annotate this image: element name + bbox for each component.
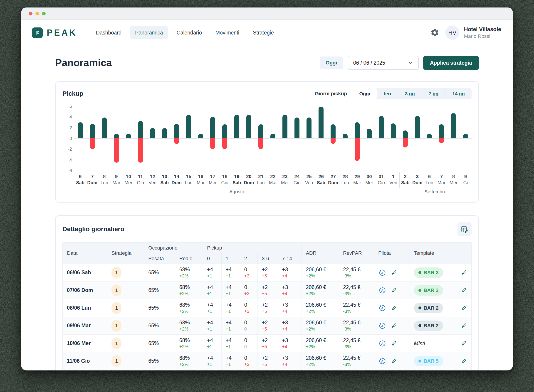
minimize-window-button[interactable] [35,12,39,15]
autopilot-button[interactable]: A [378,304,386,312]
strategy-badge[interactable]: 1 [111,267,122,279]
bar-positive[interactable] [198,134,203,138]
bar-positive[interactable] [90,124,95,138]
edit-pilot-button[interactable] [391,340,397,347]
bar-negative[interactable] [355,138,360,161]
edit-pilot-button[interactable] [391,358,397,364]
zoom-window-button[interactable] [42,12,46,15]
pickup-option-3-gg[interactable]: 3 gg [398,88,422,99]
bar-positive[interactable] [270,134,275,138]
bar-positive[interactable] [102,117,107,138]
bar-positive[interactable] [294,117,299,138]
autopilot-button[interactable]: A [378,269,386,277]
template-pill[interactable]: BAR 2 [414,303,443,313]
bar-positive[interactable] [150,128,155,138]
pickup-option-7-gg[interactable]: 7 gg [422,88,445,99]
template-pill[interactable]: BAR 5 [414,356,443,366]
strategy-badge[interactable]: 1 [111,355,122,367]
bar-positive[interactable] [463,134,468,138]
edit-pilot-button[interactable] [391,305,397,312]
bar-positive[interactable] [283,115,288,138]
edit-table-button[interactable] [458,222,472,236]
bar-positive[interactable] [355,122,360,138]
template-pill[interactable]: BAR 3 [414,267,443,278]
bar-negative[interactable] [403,138,408,147]
strategy-badge[interactable]: 1 [111,302,122,314]
bar-positive[interactable] [174,124,179,138]
edit-pilot-button[interactable] [391,269,397,276]
edit-template-button[interactable] [460,269,467,276]
pickup-option-ieri[interactable]: Ieri [377,88,398,99]
bar-negative[interactable] [174,138,179,144]
settings-button[interactable] [430,28,439,37]
bar-positive[interactable] [210,117,215,138]
bar-positive[interactable] [222,124,227,138]
bar-negative[interactable] [439,138,444,143]
template-label[interactable]: Misti [414,340,425,347]
bar-positive[interactable] [343,134,348,138]
strategy-badge[interactable]: 1 [111,338,122,349]
bar-negative[interactable] [210,138,215,149]
brand-name: PEAK [47,28,77,38]
apply-strategy-button[interactable]: Applica strategia [423,56,479,70]
cell-occupancy-real: 68%+2% [175,317,203,335]
autopilot-button[interactable]: A [378,339,386,348]
bar-positive[interactable] [162,128,167,138]
pickup-option-14-gg[interactable]: 14 gg [445,88,472,99]
autopilot-button[interactable]: A [378,322,386,330]
strategy-badge[interactable]: 1 [111,320,122,332]
nav-item-movimenti[interactable]: Movimenti [210,26,245,39]
edit-pilot-button[interactable] [391,322,397,329]
bar-positive[interactable] [234,115,239,138]
edit-template-button[interactable] [460,287,467,294]
brand-logo[interactable]: PEAK [32,28,77,38]
bar-positive[interactable] [138,121,143,138]
edit-template-button[interactable] [460,305,467,312]
bar-negative[interactable] [138,138,143,163]
template-pill[interactable]: BAR 2 [414,321,443,331]
bar-positive[interactable] [379,116,384,138]
edit-template-button[interactable] [460,358,467,364]
bar-positive[interactable] [246,115,251,138]
bar-negative[interactable] [222,138,227,149]
bar-positive[interactable] [114,134,119,138]
bar-positive[interactable] [258,124,263,138]
cell-value: 0 [244,284,253,290]
strategy-badge[interactable]: 1 [111,285,122,296]
today-button[interactable]: Oggi [320,56,343,69]
cell-adr: 206,60 €+2% [302,335,339,352]
avatar[interactable]: HV [445,26,459,40]
day-number: 9 [459,174,472,179]
bar-positive[interactable] [439,124,444,138]
edit-template-button[interactable] [460,322,467,329]
pickup-option-oggi[interactable]: Oggi [352,88,377,99]
bar-negative[interactable] [90,138,95,149]
autopilot-button[interactable]: A [378,357,386,365]
bar-positive[interactable] [451,113,456,138]
edit-template-button[interactable] [460,340,467,347]
bar-positive[interactable] [403,131,408,139]
bar-negative[interactable] [258,138,263,149]
bar-positive[interactable] [78,122,83,138]
autopilot-button[interactable]: A [378,286,386,294]
nav-item-dashboard[interactable]: Dashboard [91,26,127,39]
bar-positive[interactable] [307,117,312,138]
template-pill[interactable]: BAR 3 [414,285,443,296]
nav-item-calendario[interactable]: Calendario [171,26,207,39]
bar-positive[interactable] [319,107,324,138]
nav-item-strategie[interactable]: Strategie [248,26,279,39]
nav-item-panoramica[interactable]: Panoramica [130,26,168,39]
bar-positive[interactable] [367,129,372,138]
close-window-button[interactable] [29,12,33,15]
bar-positive[interactable] [126,134,131,138]
date-picker[interactable]: 06 / 06 / 2025 [348,56,419,70]
bar-positive[interactable] [391,123,396,138]
bar-negative[interactable] [331,138,336,144]
bar-negative[interactable] [114,138,119,163]
bar-positive[interactable] [415,116,420,138]
bar-positive[interactable] [331,124,336,138]
cell-revpar: 22,45 €-3% [339,299,374,317]
bar-positive[interactable] [186,115,191,138]
bar-positive[interactable] [427,134,432,138]
edit-pilot-button[interactable] [391,287,397,294]
